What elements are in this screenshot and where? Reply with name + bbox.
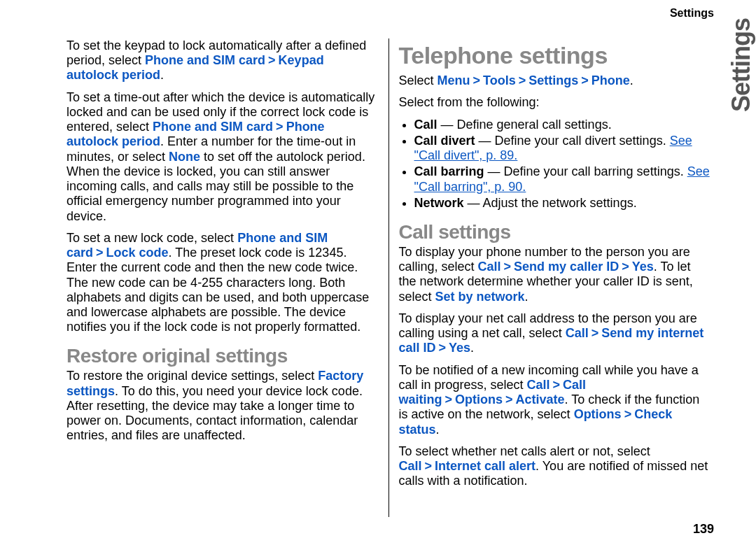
para-keypad-autolock: To set the keypad to lock automatically …: [66, 38, 379, 83]
left-column: To set the keypad to lock automatically …: [66, 38, 389, 517]
option-call-divert: Call divert: [414, 134, 475, 148]
text: To select whether net calls alert or not…: [399, 444, 650, 458]
separator-icon: >: [516, 73, 529, 87]
para-select-from: Select from the following:: [399, 95, 711, 110]
heading-restore: Restore original settings: [66, 344, 379, 367]
para-internet-alert: To select whether net calls alert or not…: [399, 444, 711, 489]
option-call-barring: Call barring: [414, 164, 484, 178]
option-call: Call: [414, 118, 438, 132]
link-options[interactable]: Options: [455, 392, 503, 406]
link-phone-sim[interactable]: Phone and SIM card: [153, 120, 273, 134]
link-lock-code[interactable]: Lock code: [106, 246, 169, 260]
text: — Define general call settings.: [438, 118, 612, 132]
text: .: [160, 68, 164, 82]
separator-icon: >: [589, 326, 602, 340]
separator-icon: >: [550, 378, 564, 392]
text: .: [630, 73, 634, 87]
link-set-by-network[interactable]: Set by network: [435, 290, 525, 304]
link-none[interactable]: None: [169, 150, 200, 164]
link-yes[interactable]: Yes: [449, 341, 470, 355]
separator-icon: >: [578, 73, 592, 87]
separator-icon: >: [501, 260, 514, 274]
content-columns: To set the keypad to lock automatically …: [66, 38, 718, 517]
link-call[interactable]: Call: [527, 378, 550, 392]
link-activate[interactable]: Activate: [516, 392, 565, 406]
text: Select: [399, 73, 438, 87]
para-call-waiting: To be notified of a new incoming call wh…: [399, 363, 711, 437]
link-send-caller-id[interactable]: Send my caller ID: [514, 260, 619, 274]
heading-call-settings: Call settings: [399, 220, 711, 243]
text: — Define your call barring settings.: [484, 164, 687, 178]
text: .: [525, 290, 528, 304]
page-number: 139: [693, 522, 714, 537]
para-restore: To restore the original device settings,…: [66, 369, 379, 443]
heading-telephone-settings: Telephone settings: [399, 41, 711, 69]
list-item: Call — Define general call settings.: [414, 118, 711, 132]
link-internet-call-alert[interactable]: Internet call alert: [435, 459, 536, 473]
option-list: Call — Define general call settings. Cal…: [399, 118, 711, 211]
text: — Adjust the network settings.: [464, 196, 637, 210]
separator-icon: >: [265, 53, 279, 67]
separator-icon: >: [619, 260, 632, 274]
link-phone-sim[interactable]: Phone and SIM card: [145, 53, 265, 67]
para-lock-code: To set a new lock code, select Phone and…: [66, 231, 379, 335]
separator-icon: >: [273, 120, 286, 134]
separator-icon: >: [503, 392, 516, 406]
link-call[interactable]: Call: [399, 459, 422, 473]
separator-icon: >: [422, 459, 435, 473]
link-call[interactable]: Call: [478, 260, 501, 274]
separator-icon: >: [93, 246, 106, 260]
text: — Define your call divert settings.: [475, 134, 670, 148]
link-yes[interactable]: Yes: [632, 260, 654, 274]
list-item: Call divert — Define your call divert se…: [414, 134, 711, 163]
link-phone[interactable]: Phone: [592, 73, 630, 87]
page: Settings Settings 139 To set the keypad …: [0, 0, 756, 545]
separator-icon: >: [442, 392, 456, 406]
text: To set a new lock code, select: [66, 231, 237, 245]
text: .: [436, 423, 440, 437]
link-settings[interactable]: Settings: [528, 73, 578, 87]
para-select-path: Select Menu>Tools>Settings>Phone.: [399, 73, 711, 88]
list-item: Network — Adjust the network settings.: [414, 196, 711, 211]
list-item: Call barring — Define your call barring …: [414, 164, 711, 194]
para-caller-id: To display your phone number to the pers…: [399, 245, 711, 304]
link-tools[interactable]: Tools: [483, 73, 516, 87]
text: .: [470, 341, 474, 355]
separator-icon: >: [436, 341, 449, 355]
para-net-call-id: To display your net call address to the …: [399, 311, 711, 356]
side-tab-settings: Settings: [727, 18, 756, 112]
right-column: Telephone settings Select Menu>Tools>Set…: [389, 38, 718, 517]
text: To restore the original device settings,…: [66, 369, 318, 383]
separator-icon: >: [470, 73, 484, 87]
para-phone-autolock: To set a time-out after which the device…: [66, 90, 379, 224]
separator-icon: >: [622, 407, 635, 421]
header-section: Settings: [670, 7, 714, 20]
link-menu[interactable]: Menu: [438, 73, 470, 87]
link-options[interactable]: Options: [574, 407, 622, 421]
option-network: Network: [414, 196, 464, 210]
link-call[interactable]: Call: [566, 326, 589, 340]
